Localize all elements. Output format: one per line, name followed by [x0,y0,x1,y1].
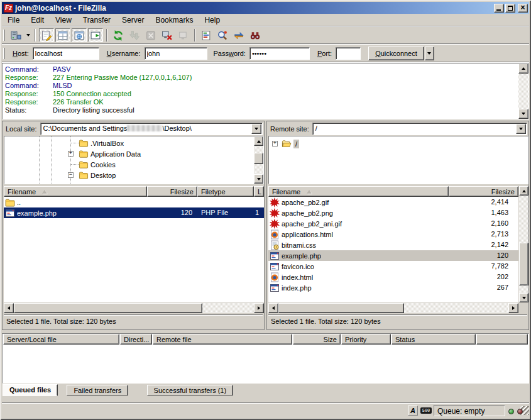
tree-expander-expand[interactable]: + [272,141,278,146]
menu-edit[interactable]: Edit [25,14,50,26]
disconnect-button[interactable] [160,28,175,42]
tab-successful-transfers-1-[interactable]: Successful transfers (1) [147,385,234,395]
drag-grip[interactable] [3,48,5,59]
column-header-filetype[interactable]: Filetype [197,186,254,197]
queue-column-header[interactable]: Size [293,334,341,345]
title-bar[interactable]: Fz john@localhost - FileZilla × [2,2,529,14]
scrollbar-thumb[interactable] [14,303,202,313]
menu-file[interactable]: File [2,14,25,26]
local-tree[interactable]: .VirtualBox+Application DataCookies−Desk… [4,136,264,184]
file-row[interactable]: applications.html2,713 [268,229,518,240]
tab-failed-transfers[interactable]: Failed transfers [67,385,128,395]
column-header-last-modified[interactable]: L [254,186,264,197]
menu-help[interactable]: Help [199,14,226,26]
scrollbar-thumb[interactable] [278,303,404,313]
column-header-filename[interactable]: Filename [268,186,449,197]
log-text: MLSD [53,82,72,89]
toggle-remote-tree-button[interactable] [72,28,87,42]
port-input[interactable] [336,47,361,60]
local-site-combo[interactable]: C:\Documents and Settings\Desktop\ [40,123,263,135]
file-row[interactable]: index.html202 [268,272,518,282]
speed-limits-icon[interactable]: 500 [420,407,432,414]
remote-site-combo[interactable]: / [312,123,527,135]
queue-column-header[interactable] [476,334,528,345]
column-header-filename[interactable]: Filename [4,186,147,197]
tree-item[interactable]: .VirtualBox [79,138,124,148]
scroll-up-button[interactable] [519,186,528,196]
remote-file-list[interactable]: apache_pb2.gif2,414apache_pb2.png1,463ap… [268,197,518,302]
local-site-dropdown-button[interactable] [251,124,261,134]
drag-grip[interactable] [3,30,5,41]
synchronized-browsing-button[interactable] [231,28,246,42]
tree-item[interactable]: / [282,138,299,149]
file-size: 1,463 [449,209,508,216]
quickconnect-dropdown-button[interactable] [425,47,434,60]
file-row[interactable]: apache_pb2_ani.gif2,160 [268,218,518,229]
toggle-transfer-queue-button[interactable] [88,28,103,42]
log-scrollbar[interactable] [518,64,528,119]
local-tree-scrollbar[interactable] [254,136,263,184]
column-header-filesize[interactable]: Filesize [147,186,197,197]
tab-queued-files[interactable]: Queued files [3,384,58,396]
file-row[interactable]: favicon.ico7,782 [268,261,518,272]
transfer-queue[interactable]: Server/Local fileDirecti...Remote fileSi… [2,333,529,384]
scroll-left-button[interactable] [268,303,278,313]
column-header-filesize[interactable]: Filesize [449,186,518,197]
scroll-right-button[interactable] [508,303,518,313]
toggle-local-tree-button[interactable] [55,28,70,42]
tree-expander-collapse[interactable]: − [68,172,74,178]
remote-vscrollbar[interactable] [519,186,528,302]
find-files-button[interactable] [248,28,263,42]
queue-column-header[interactable]: Priority [341,334,391,345]
message-log[interactable]: Command:PASVResponse:227 Entering Passiv… [2,63,529,119]
tree-item[interactable]: Cookies [79,159,116,170]
local-file-list[interactable]: ..example.php120PHP File1 [4,197,264,302]
tree-item[interactable]: Desktop [79,170,116,180]
scroll-down-button[interactable] [519,293,528,302]
queue-column-header[interactable]: Directi... [120,334,152,345]
host-input[interactable] [33,47,99,60]
queue-column-header[interactable]: Remote file [153,334,292,345]
scroll-right-button[interactable] [254,303,264,313]
file-row[interactable]: apache_pb2.png1,463 [268,207,518,218]
password-input[interactable] [249,47,310,60]
tree-item[interactable]: Application Data [79,148,141,159]
site-manager-dropdown-button[interactable] [24,28,32,42]
toggle-message-log-button[interactable] [39,28,54,42]
file-row[interactable]: .. [4,197,264,207]
site-manager-button[interactable] [8,28,23,42]
local-hscrollbar[interactable] [4,303,264,313]
queue-column-header[interactable]: Status [391,334,476,345]
scrollbar-thumb[interactable] [254,153,263,164]
scroll-down-button[interactable] [254,174,263,184]
close-button[interactable]: × [518,4,528,13]
scroll-up-button[interactable] [254,136,263,146]
remote-site-dropdown-button[interactable] [516,124,526,134]
file-row[interactable]: apache_pb2.gif2,414 [268,197,518,207]
scrollbar-thumb[interactable] [519,243,528,285]
scroll-left-button[interactable] [4,303,14,313]
file-name-cell: example.php [268,250,449,261]
menu-bookmarks[interactable]: Bookmarks [150,14,199,26]
file-row[interactable]: bitnami.css2,142 [268,240,518,250]
tree-expander-expand[interactable]: + [68,151,74,157]
remote-hscrollbar[interactable] [268,303,518,313]
menu-server[interactable]: Server [116,14,150,26]
remote-tree[interactable]: +/ [268,136,528,184]
menu-transfer[interactable]: Transfer [77,14,116,26]
data-type-indicator-icon[interactable]: A [408,406,418,416]
scroll-down-button[interactable] [518,109,528,119]
directory-comparison-button[interactable] [215,28,230,42]
directory-filters-button[interactable] [199,28,214,42]
queue-column-header[interactable]: Server/Local file [3,334,119,345]
file-row[interactable]: example.php120 [268,250,518,261]
scroll-up-button[interactable] [518,64,528,74]
file-row[interactable]: index.php267 [268,282,518,293]
file-row[interactable]: example.php120PHP File1 [4,207,264,218]
menu-view[interactable]: View [50,14,77,26]
username-input[interactable] [145,47,207,60]
quickconnect-button[interactable]: Quickconnect [368,47,424,60]
refresh-button[interactable] [111,28,126,42]
minimize-button[interactable] [494,4,504,13]
maximize-button[interactable] [505,4,515,13]
